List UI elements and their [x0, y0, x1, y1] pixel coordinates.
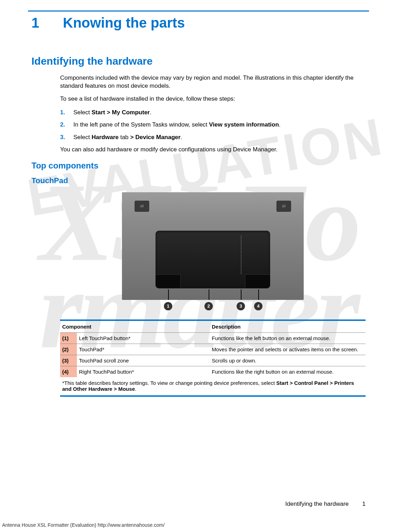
touchpad-right-button: [245, 274, 270, 288]
callout-row: 1 2 3 4: [122, 302, 304, 316]
footer-section: Identifying the hardware: [285, 501, 348, 507]
evaluation-footer: Antenna House XSL Formatter (Evaluation)…: [2, 522, 165, 528]
table-row: (2)TouchPad*Moves the pointer and select…: [60, 344, 366, 355]
footer-page-number: 1: [362, 501, 366, 508]
para-steps-intro: To see a list of hardware installed in t…: [60, 95, 366, 103]
page: 1Knowing the parts Identifying the hardw…: [0, 0, 397, 532]
cell-component: TouchPad*: [77, 344, 210, 355]
key-alt-right: alt: [276, 201, 291, 212]
cell-num: (1): [60, 333, 77, 344]
callout-3: 3: [237, 302, 245, 310]
para-intro: Components included with the device may …: [60, 74, 366, 90]
callout-line-1: [168, 289, 169, 300]
top-rule: [28, 10, 369, 12]
touchpad-scroll-zone: [241, 236, 241, 274]
table-row: (1)Left TouchPad button*Functions like t…: [60, 333, 366, 344]
table-row: (4)Right TouchPad button*Functions like …: [60, 366, 366, 378]
table-note: *This table describes factory settings. …: [60, 377, 366, 395]
table-rule-bot: [60, 395, 366, 397]
callout-line-3: [241, 289, 241, 300]
touchpad-surface: [156, 231, 270, 288]
chapter-title: 1Knowing the parts: [31, 15, 366, 31]
touchpad-figure: alt alt 1 2 3 4: [122, 192, 304, 316]
para-also: You can also add hardware or modify devi…: [60, 146, 366, 154]
cell-description: Functions like the right button on an ex…: [210, 366, 366, 378]
cell-description: Scrolls up or down.: [210, 355, 366, 366]
section-heading-identifying: Identifying the hardware: [31, 55, 366, 67]
cell-num: (2): [60, 344, 77, 355]
th-description: Description: [210, 321, 366, 333]
section-heading-touchpad: TouchPad: [31, 176, 366, 185]
section1-body: Components included with the device may …: [60, 74, 366, 154]
callout-1: 1: [164, 302, 172, 310]
step-2: 2. In the left pane of the System Tasks …: [60, 120, 366, 129]
touchpad-image: alt alt: [122, 192, 304, 300]
page-footer: Identifying the hardware 1: [285, 501, 366, 508]
cell-component: Right TouchPad button*: [77, 366, 210, 378]
callout-line-2: [209, 289, 209, 300]
callout-line-4: [258, 289, 259, 300]
callout-2: 2: [204, 302, 213, 310]
figure-wrap: alt alt 1 2 3 4: [60, 192, 366, 316]
cell-description: Functions like the left button on an ext…: [210, 333, 366, 344]
touchpad-left-button: [156, 274, 181, 288]
step-1: 1. Select Start > My Computer.: [60, 108, 366, 117]
table-row: (3)TouchPad scroll zoneScrolls up or dow…: [60, 355, 366, 366]
cell-description: Moves the pointer and selects or activat…: [210, 344, 366, 355]
cell-component: TouchPad scroll zone: [77, 355, 210, 366]
touchpad-table-block: Component Description (1)Left TouchPad b…: [60, 319, 366, 397]
touchpad-table: Component Description (1)Left TouchPad b…: [60, 321, 366, 377]
cell-component: Left TouchPad button*: [77, 333, 210, 344]
touchpad-body: alt alt 1 2 3 4: [60, 192, 366, 397]
cell-num: (4): [60, 366, 77, 378]
step-3: 3. Select Hardware tab > Device Manager.: [60, 133, 366, 142]
table-body: (1)Left TouchPad button*Functions like t…: [60, 333, 366, 378]
callout-4: 4: [254, 302, 262, 310]
cell-num: (3): [60, 355, 77, 366]
section-heading-top-components: Top components: [31, 161, 366, 171]
table-header-row: Component Description: [60, 321, 366, 333]
key-alt-left: alt: [135, 201, 149, 212]
th-component: Component: [60, 321, 210, 333]
steps-list: 1. Select Start > My Computer. 2. In the…: [60, 108, 366, 142]
chapter-number: 1: [31, 15, 63, 31]
chapter-title-text: Knowing the parts: [63, 15, 185, 30]
